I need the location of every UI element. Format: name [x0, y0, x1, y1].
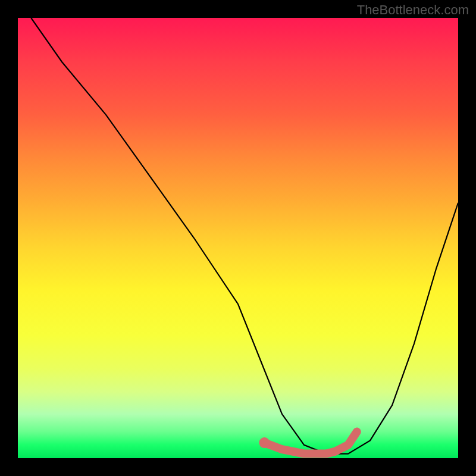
highlight-segment	[264, 432, 356, 454]
bottleneck-curve	[31, 18, 458, 454]
plot-area	[18, 18, 458, 458]
highlight-start-dot	[259, 437, 270, 448]
chart-svg	[18, 18, 458, 458]
watermark-text: TheBottleneck.com	[357, 2, 469, 18]
